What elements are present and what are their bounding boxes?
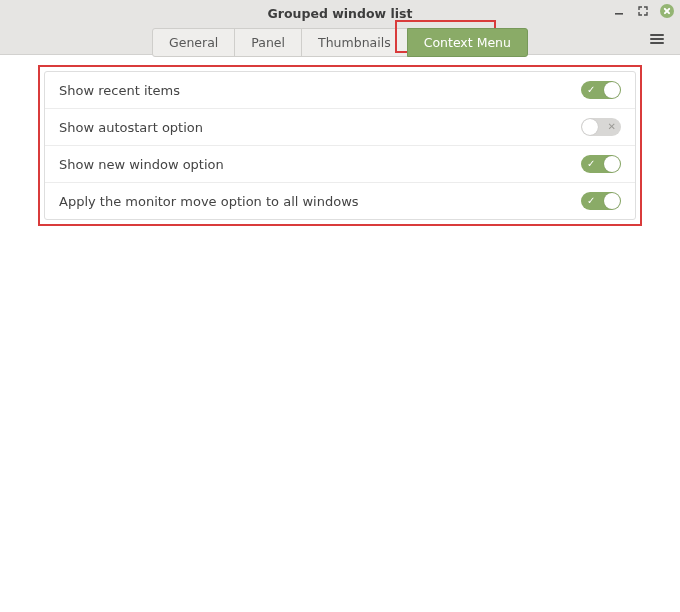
settings-row: Show new window option✓ [45,145,635,182]
menu-button[interactable] [650,32,664,46]
toggle-knob [604,82,620,98]
hamburger-icon [650,34,664,36]
tab-context-menu[interactable]: Context Menu [407,28,528,57]
tab-bar: General Panel Thumbnails Context Menu [0,28,680,57]
toggle[interactable]: ✓ [581,81,621,99]
toggle[interactable]: ✕ [581,118,621,136]
settings-row: Apply the monitor move option to all win… [45,182,635,219]
toggle-knob [604,156,620,172]
tab-general[interactable]: General [152,28,235,57]
toggle-knob [604,193,620,209]
minimize-button[interactable] [612,4,626,18]
window-controls [612,4,674,18]
window-title: Grouped window list [0,3,680,28]
check-icon: ✓ [587,159,595,169]
settings-row: Show recent items✓ [45,72,635,108]
svg-rect-0 [615,13,623,15]
close-button[interactable] [660,4,674,18]
minimize-icon [614,6,624,16]
settings-row: Show autostart option✕ [45,108,635,145]
content-area: Show recent items✓Show autostart option✕… [0,55,680,226]
maximize-icon [638,6,648,16]
toggle[interactable]: ✓ [581,192,621,210]
titlebar: Grouped window list General Panel Thumbn… [0,0,680,55]
settings-row-label: Show recent items [59,83,180,98]
check-icon: ✓ [587,196,595,206]
settings-panel: Show recent items✓Show autostart option✕… [44,71,636,220]
toggle-knob [582,119,598,135]
toggle[interactable]: ✓ [581,155,621,173]
tab-thumbnails[interactable]: Thumbnails [301,28,408,57]
settings-row-label: Show autostart option [59,120,203,135]
check-icon: ✓ [587,85,595,95]
maximize-button[interactable] [636,4,650,18]
tab-panel[interactable]: Panel [234,28,302,57]
settings-row-label: Apply the monitor move option to all win… [59,194,359,209]
annotation-panel-highlight: Show recent items✓Show autostart option✕… [38,65,642,226]
x-icon: ✕ [608,122,616,132]
settings-row-label: Show new window option [59,157,224,172]
